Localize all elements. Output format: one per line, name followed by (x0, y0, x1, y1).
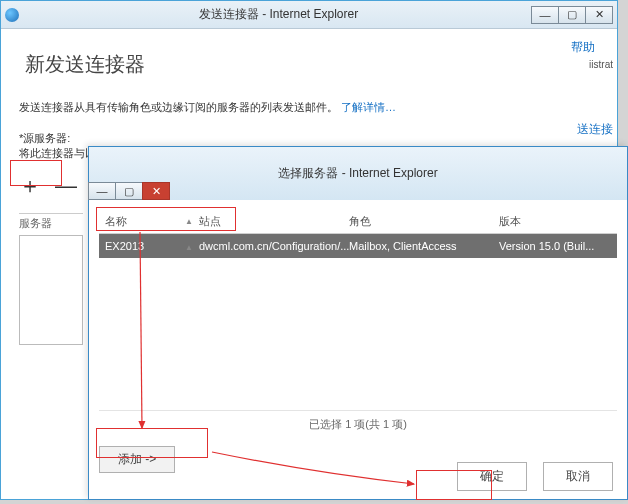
cell-role: Mailbox, ClientAccess (349, 240, 499, 252)
maximize-button[interactable]: ▢ (558, 6, 586, 24)
select-server-dialog: 选择服务器 - Internet Explorer — ▢ ✕ 名称 站点 角色… (88, 146, 628, 500)
grid-footer: 已选择 1 项(共 1 项) (99, 410, 617, 438)
grid-body[interactable]: EX2013 dwcml.com.cn/Configuration/... Ma… (99, 234, 617, 410)
server-listbox[interactable] (19, 235, 83, 345)
learn-more-link[interactable]: 了解详情… (341, 101, 396, 113)
cell-site: dwcml.com.cn/Configuration/... (199, 240, 349, 252)
minimize-button[interactable]: — (88, 182, 116, 200)
column-name[interactable]: 名称 (99, 214, 199, 229)
titlebar-front[interactable]: 选择服务器 - Internet Explorer — ▢ ✕ (89, 147, 627, 200)
window-title-front: 选择服务器 - Internet Explorer (89, 165, 627, 182)
column-version[interactable]: 版本 (499, 214, 617, 229)
remove-icon[interactable]: — (55, 173, 77, 199)
clipped-link[interactable]: 送连接 (577, 121, 613, 138)
window-title-back: 发送连接器 - Internet Explorer (25, 6, 532, 23)
cell-name: EX2013 (99, 240, 199, 252)
column-site[interactable]: 站点 (199, 214, 349, 229)
description-text: 发送连接器从具有传输角色或边缘订阅的服务器的列表发送邮件。 了解详情… (19, 100, 599, 115)
add-button[interactable]: 添加 -> (99, 446, 175, 473)
description-prefix: 发送连接器从具有传输角色或边缘订阅的服务器的列表发送邮件。 (19, 101, 338, 113)
ie-icon (5, 8, 19, 22)
source-servers-label: *源服务器: (19, 131, 599, 146)
column-server-label: 服务器 (19, 213, 83, 231)
page-title: 新发送连接器 (25, 51, 599, 78)
add-icon[interactable]: ＋ (19, 171, 41, 201)
minimize-button[interactable]: — (531, 6, 559, 24)
help-link[interactable]: 帮助 (571, 39, 595, 56)
ok-button[interactable]: 确定 (457, 462, 527, 491)
maximize-button[interactable]: ▢ (115, 182, 143, 200)
cancel-button[interactable]: 取消 (543, 462, 613, 491)
close-button[interactable]: ✕ (585, 6, 613, 24)
column-role[interactable]: 角色 (349, 214, 499, 229)
close-button[interactable]: ✕ (142, 182, 170, 200)
server-grid: 名称 站点 角色 版本 EX2013 dwcml.com.cn/Configur… (99, 210, 617, 438)
table-row[interactable]: EX2013 dwcml.com.cn/Configuration/... Ma… (99, 234, 617, 258)
clipped-text: iistrat (589, 59, 613, 70)
grid-header[interactable]: 名称 站点 角色 版本 (99, 210, 617, 234)
titlebar-back[interactable]: 发送连接器 - Internet Explorer — ▢ ✕ (1, 1, 617, 29)
cell-version: Version 15.0 (Buil... (499, 240, 617, 252)
